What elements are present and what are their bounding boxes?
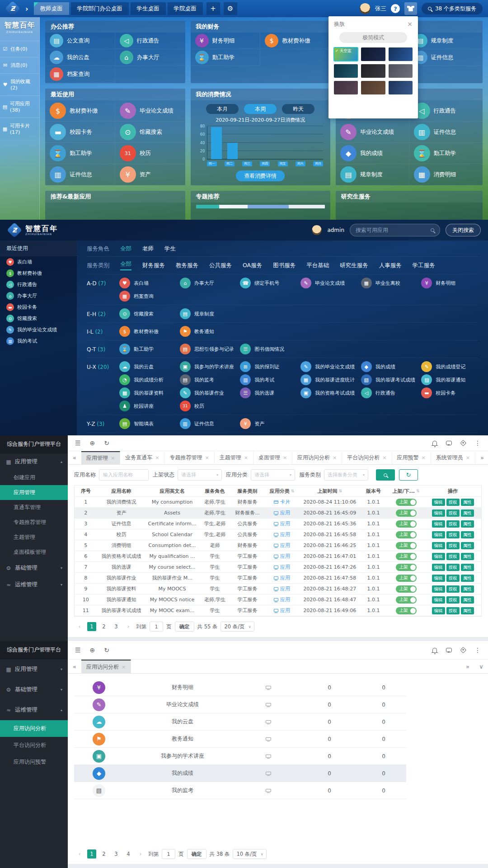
action-button[interactable]: 授权 bbox=[446, 564, 460, 571]
service-item[interactable]: ⊙馆藏搜索 bbox=[119, 308, 176, 319]
recent-item[interactable]: $教材费补缴 bbox=[0, 268, 77, 279]
chart-range-tab[interactable]: 昨天 bbox=[282, 104, 314, 114]
action-button[interactable]: 编辑 bbox=[432, 585, 445, 593]
action-button[interactable]: 授权 bbox=[446, 531, 460, 538]
menu-parent[interactable]: ⚙基础管理▾ bbox=[0, 679, 68, 700]
app-type-link[interactable]: 应用 bbox=[274, 596, 290, 603]
app-type-link[interactable]: 应用 bbox=[274, 531, 290, 538]
view-detail-button[interactable]: 查看消费详情 bbox=[236, 170, 285, 181]
menu-parent[interactable]: ▦应用管理▴ bbox=[0, 453, 68, 470]
filter-select[interactable]: 选择服务分类▾ bbox=[324, 469, 368, 481]
service-search[interactable]: 38 个多类型服务 bbox=[422, 3, 483, 14]
tag-icon[interactable] bbox=[460, 647, 466, 653]
app-tile[interactable]: ⊙馆藏搜索 bbox=[115, 122, 185, 143]
recent-item[interactable]: ▥我的考试 bbox=[0, 335, 77, 347]
simple-mode-button[interactable]: 极简模式 bbox=[339, 32, 407, 43]
sort-icon[interactable]: ⇅ bbox=[338, 489, 342, 493]
service-item[interactable]: ▤我的监考 bbox=[180, 374, 237, 385]
table-row[interactable]: 8我的慕课作业我的慕课作业 M...学生学工服务应用2020-08-21 16:… bbox=[75, 573, 481, 584]
action-button[interactable]: 属性 bbox=[461, 564, 474, 571]
app-tile[interactable]: ¥财务明细 bbox=[191, 33, 261, 49]
skin-thumbnail[interactable] bbox=[389, 47, 413, 61]
action-button[interactable]: 属性 bbox=[461, 499, 474, 506]
app-tile[interactable]: ✎毕业论文成绩 bbox=[336, 122, 409, 143]
service-item[interactable]: $教材费补缴 bbox=[119, 326, 176, 337]
app-tile[interactable]: ▥证件信息 bbox=[409, 49, 483, 66]
menu-child[interactable]: 桌面模板管理 bbox=[0, 545, 68, 560]
app-type-link[interactable]: 应用 bbox=[274, 564, 290, 571]
access-row[interactable]: ¥财务明细00 bbox=[74, 679, 406, 696]
jump-page-input[interactable] bbox=[162, 849, 175, 859]
chart-range-tab[interactable]: 本月 bbox=[206, 104, 239, 114]
action-button[interactable]: 授权 bbox=[446, 585, 460, 593]
skin-button[interactable] bbox=[404, 2, 417, 15]
app-type-link[interactable]: 应用 bbox=[274, 575, 290, 581]
action-button[interactable]: 编辑 bbox=[432, 564, 445, 571]
recent-item[interactable]: ▬校园卡务 bbox=[0, 302, 77, 313]
service-item[interactable]: ¥资产 bbox=[240, 418, 297, 429]
app-tile[interactable]: ⌂办事大厅 bbox=[115, 49, 185, 66]
app-tile[interactable]: ☁我的云盘 bbox=[45, 49, 115, 66]
action-button[interactable]: 授权 bbox=[446, 509, 460, 517]
close-icon[interactable]: × bbox=[244, 455, 248, 461]
action-button[interactable]: 属性 bbox=[461, 607, 474, 614]
desktop-tab[interactable]: 学生桌面 bbox=[131, 2, 166, 15]
close-icon[interactable]: × bbox=[122, 664, 126, 670]
service-item[interactable]: ☰图书借阅情况 bbox=[240, 344, 297, 354]
action-button[interactable]: 编辑 bbox=[432, 596, 445, 604]
workspace-tab[interactable]: 业务直通车× bbox=[120, 451, 164, 464]
action-button[interactable]: 授权 bbox=[446, 596, 460, 604]
filter-option[interactable]: 老师 bbox=[142, 245, 154, 253]
page-button[interactable]: 2 bbox=[99, 849, 108, 859]
action-button[interactable]: 属性 bbox=[461, 596, 474, 604]
desktop-tab[interactable]: 学院部门办公桌面 bbox=[71, 2, 129, 15]
app-search-input[interactable] bbox=[356, 227, 431, 233]
add-desktop-button[interactable]: + bbox=[206, 2, 220, 15]
app-tile[interactable]: ◁行政通告 bbox=[409, 100, 483, 122]
filter-option[interactable]: 财务服务 bbox=[142, 262, 165, 269]
service-item[interactable]: ▩我的慕课资料 bbox=[119, 387, 176, 398]
table-row[interactable]: 3证件信息Certificate inform...学生,老师公共服务应用202… bbox=[75, 519, 481, 529]
next-page-button[interactable]: › bbox=[124, 622, 133, 631]
chart-range-tab[interactable]: 本周 bbox=[244, 104, 277, 114]
service-item[interactable]: ✎我的成绩登记 bbox=[421, 361, 478, 372]
filter-option[interactable]: 全部 bbox=[120, 245, 131, 253]
skin-thumbnail[interactable] bbox=[389, 81, 413, 94]
collapse-menu-icon[interactable]: ☰ bbox=[75, 439, 81, 447]
action-button[interactable]: 属性 bbox=[461, 509, 474, 517]
bell-icon[interactable] bbox=[432, 648, 437, 652]
service-item[interactable]: ▧我的慕课考试成绩 bbox=[361, 374, 418, 385]
filter-option[interactable]: 平台基础 bbox=[306, 262, 329, 269]
page-button[interactable]: 1 bbox=[87, 849, 96, 859]
sort-icon[interactable]: ⇅ bbox=[291, 489, 295, 493]
access-row[interactable]: ▣我参与的学术讲座00 bbox=[74, 748, 406, 765]
service-item[interactable]: 31校历 bbox=[180, 401, 237, 411]
filter-option[interactable]: OA服务 bbox=[243, 262, 262, 269]
service-item[interactable]: ♥表白墙 bbox=[119, 278, 176, 288]
app-tile[interactable]: ▥证件信息 bbox=[409, 122, 483, 143]
service-item[interactable]: ✎我的慕课作业 bbox=[180, 387, 237, 398]
recent-item[interactable]: ⊙馆藏搜索 bbox=[0, 313, 77, 324]
filter-select[interactable]: 请选择▾ bbox=[251, 469, 295, 481]
user-name[interactable]: admin bbox=[327, 227, 344, 233]
page-button[interactable]: 2 bbox=[99, 622, 108, 631]
chat-icon[interactable] bbox=[446, 441, 452, 445]
app-type-link[interactable]: 应用 bbox=[274, 553, 290, 560]
filter-option[interactable]: 公共服务 bbox=[209, 262, 232, 269]
app-type-link[interactable]: 应用 bbox=[274, 542, 290, 549]
table-row[interactable]: 4校历School Calendar学生,老师公共服务应用2020-08-21 … bbox=[75, 529, 481, 540]
workspace-tab[interactable]: 应用管理× bbox=[81, 451, 120, 464]
publish-toggle[interactable]: 上架 bbox=[396, 509, 417, 517]
close-icon[interactable]: × bbox=[111, 455, 115, 461]
filter-select[interactable]: 请选择▾ bbox=[178, 469, 222, 481]
publish-toggle[interactable]: 上架 bbox=[396, 607, 417, 614]
service-item[interactable]: ▦毕业生离校 bbox=[361, 278, 418, 288]
app-type-link[interactable]: 应用 bbox=[274, 509, 290, 516]
workspace-tab[interactable]: 平台访问分析× bbox=[342, 451, 392, 464]
refresh-icon[interactable]: ↻ bbox=[104, 646, 109, 654]
page-size-select[interactable]: 10 条/页∨ bbox=[233, 849, 267, 859]
menu-parent[interactable]: ⚙基础管理▾ bbox=[0, 560, 68, 576]
menu-child[interactable]: 主题管理 bbox=[0, 530, 68, 545]
desktop-tab[interactable]: 教师桌面 bbox=[34, 2, 69, 15]
prev-page-button[interactable]: ‹ bbox=[75, 849, 84, 859]
